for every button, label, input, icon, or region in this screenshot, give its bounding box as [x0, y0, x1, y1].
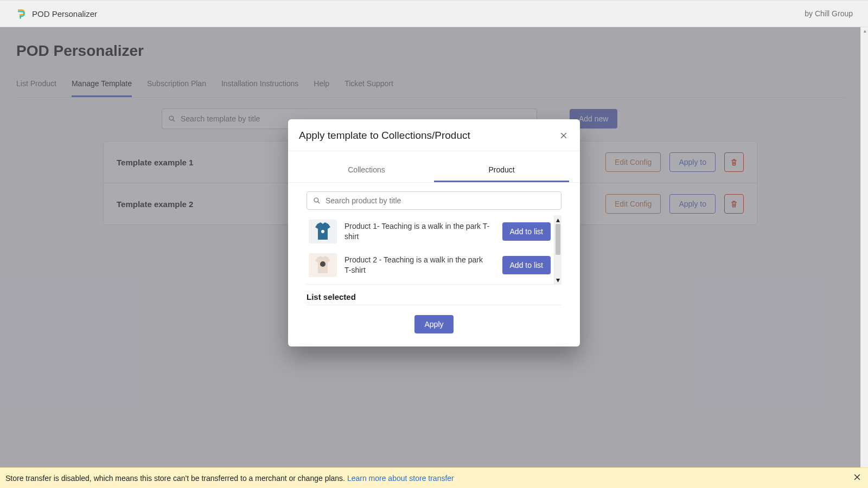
product-item: Product 2 - Teaching is a walk in the pa… [307, 249, 552, 282]
close-icon [853, 473, 861, 481]
modal-tab[interactable]: Product [434, 159, 569, 182]
search-product-field[interactable] [326, 196, 556, 205]
store-transfer-banner: Store transfer is disabled, which means … [0, 467, 868, 488]
svg-point-1 [320, 261, 326, 267]
search-icon [312, 196, 321, 205]
app-byline: by Chill Group [805, 9, 853, 18]
modal-close-button[interactable] [557, 129, 570, 142]
modal-tabs: CollectionsProduct [288, 159, 580, 183]
product-thumbnail [309, 220, 337, 243]
add-to-list-button[interactable]: Add to list [502, 256, 551, 274]
search-product-input[interactable] [307, 191, 561, 210]
add-to-list-button[interactable]: Add to list [502, 222, 551, 241]
modal-tab[interactable]: Collections [299, 159, 434, 182]
apply-button[interactable]: Apply [414, 315, 453, 333]
banner-link[interactable]: Learn more about store transfer [347, 474, 454, 483]
banner-text: Store transfer is disabled, which means … [5, 474, 347, 483]
apply-template-modal: Apply template to Collections/Product Co… [288, 119, 580, 346]
scroll-up-icon: ▴ [556, 215, 560, 224]
product-list-scrollbar[interactable]: ▴ ▾ [554, 215, 561, 284]
product-title: Product 2 - Teaching is a walk in the pa… [344, 255, 495, 275]
modal-title: Apply template to Collections/Product [299, 130, 470, 142]
product-title: Product 1- Teaching is a walk in the par… [344, 221, 495, 242]
topbar: POD Personalizer by Chill Group [0, 0, 868, 27]
scroll-down-icon: ▾ [556, 275, 560, 284]
product-item: Product 1- Teaching is a walk in the par… [307, 215, 552, 249]
banner-close-button[interactable] [853, 473, 861, 483]
svg-point-0 [321, 230, 324, 233]
page-scrollbar[interactable]: ▴ [860, 27, 868, 488]
scroll-up-icon: ▴ [861, 27, 868, 35]
list-selected-heading: List selected [307, 285, 561, 305]
product-list: Product 1- Teaching is a walk in the par… [307, 215, 561, 285]
product-thumbnail [309, 253, 337, 277]
app-name: POD Personalizer [32, 9, 97, 18]
close-icon [559, 131, 568, 140]
app-logo-icon [15, 8, 27, 20]
scroll-thumb[interactable] [556, 224, 560, 255]
